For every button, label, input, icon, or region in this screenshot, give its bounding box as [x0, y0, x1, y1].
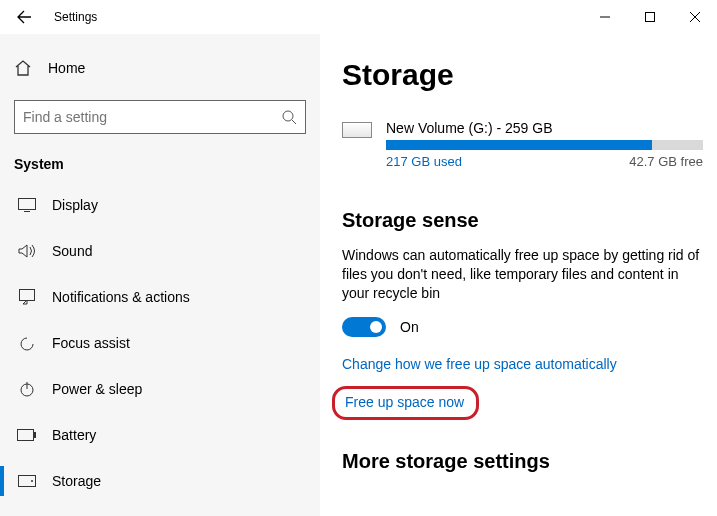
window-controls: [582, 2, 717, 32]
search-icon: [281, 109, 297, 125]
maximize-icon: [645, 12, 655, 22]
more-storage-heading: More storage settings: [342, 450, 703, 473]
usage-bar: [386, 140, 703, 150]
page-title: Storage: [342, 58, 703, 92]
storage-sense-heading: Storage sense: [342, 209, 703, 232]
close-button[interactable]: [672, 2, 717, 32]
window-title: Settings: [54, 10, 97, 24]
storage-sense-toggle[interactable]: [342, 317, 386, 337]
nav-label: Display: [52, 197, 98, 213]
change-free-up-link[interactable]: Change how we free up space automaticall…: [342, 356, 617, 372]
nav-item-battery[interactable]: Battery: [14, 412, 306, 458]
highlight-annotation: Free up space now: [332, 386, 479, 420]
titlebar: Settings: [0, 0, 717, 34]
svg-rect-0: [645, 13, 654, 22]
used-label: 217 GB used: [386, 154, 462, 169]
nav-label: Notifications & actions: [52, 289, 190, 305]
minimize-icon: [600, 12, 610, 22]
storage-icon: [16, 475, 38, 487]
home-icon: [14, 59, 32, 77]
nav-label: Battery: [52, 427, 96, 443]
svg-point-8: [31, 480, 33, 482]
back-button[interactable]: [10, 3, 38, 31]
home-nav[interactable]: Home: [14, 50, 306, 86]
svg-rect-6: [34, 432, 36, 438]
power-icon: [16, 381, 38, 397]
minimize-button[interactable]: [582, 2, 627, 32]
svg-point-1: [283, 111, 293, 121]
volume-row[interactable]: New Volume (G:) - 259 GB 217 GB used 42.…: [342, 120, 703, 169]
close-icon: [690, 12, 700, 22]
arrow-left-icon: [16, 9, 32, 25]
maximize-button[interactable]: [627, 2, 672, 32]
nav-item-sound[interactable]: Sound: [14, 228, 306, 274]
volume-name: New Volume (G:) - 259 GB: [386, 120, 703, 136]
search-box[interactable]: [14, 100, 306, 134]
nav-item-focus-assist[interactable]: Focus assist: [14, 320, 306, 366]
nav-label: Power & sleep: [52, 381, 142, 397]
nav-label: Sound: [52, 243, 92, 259]
notifications-icon: [16, 289, 38, 305]
toggle-state-label: On: [400, 319, 419, 335]
nav-item-power-sleep[interactable]: Power & sleep: [14, 366, 306, 412]
sound-icon: [16, 243, 38, 259]
svg-rect-2: [19, 199, 36, 210]
free-up-now-link[interactable]: Free up space now: [345, 394, 464, 410]
home-label: Home: [48, 60, 85, 76]
usage-bar-fill: [386, 140, 652, 150]
main-panel: Storage New Volume (G:) - 259 GB 217 GB …: [320, 34, 717, 516]
nav-item-storage[interactable]: Storage: [14, 458, 306, 504]
nav-label: Storage: [52, 473, 101, 489]
focus-assist-icon: [16, 335, 38, 351]
storage-sense-description: Windows can automatically free up space …: [342, 246, 703, 303]
battery-icon: [16, 429, 38, 441]
sidebar: Home System Display Sound Notifications …: [0, 34, 320, 516]
nav-item-notifications[interactable]: Notifications & actions: [14, 274, 306, 320]
svg-rect-5: [18, 430, 34, 441]
nav-item-display[interactable]: Display: [14, 182, 306, 228]
nav-label: Focus assist: [52, 335, 130, 351]
nav-list: Display Sound Notifications & actions Fo…: [14, 182, 306, 504]
svg-rect-3: [20, 290, 35, 301]
free-label: 42.7 GB free: [629, 154, 703, 169]
section-heading: System: [14, 156, 306, 172]
display-icon: [16, 198, 38, 212]
search-input[interactable]: [23, 109, 281, 125]
drive-icon: [342, 122, 372, 138]
